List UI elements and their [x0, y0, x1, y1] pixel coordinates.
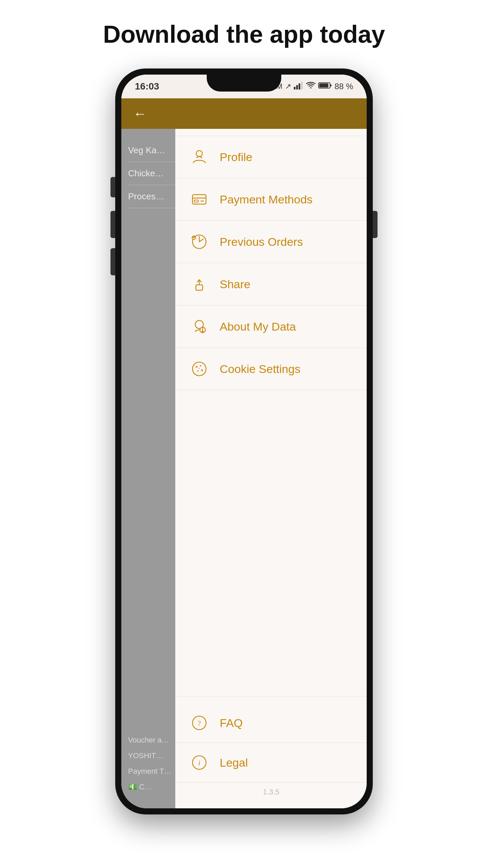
page-headline: Download the app today — [103, 20, 385, 48]
svg-rect-2 — [299, 83, 300, 90]
app-header: ← — [121, 98, 367, 129]
faq-icon: ? — [189, 713, 209, 733]
svg-point-23 — [202, 331, 203, 332]
back-button[interactable]: ← — [133, 106, 147, 121]
side-drawer: Profile Payment Methods — [175, 129, 367, 808]
battery-percent: 88 % — [334, 82, 353, 91]
svg-rect-1 — [296, 85, 298, 90]
battery-icon — [318, 82, 332, 91]
status-time: 16:03 — [135, 81, 159, 92]
svg-rect-8 — [192, 195, 206, 204]
about-data-label: About My Data — [220, 320, 296, 333]
phone-frame: 16:03 🔕 ⏰ ▦ M ↗ — [115, 68, 373, 814]
svg-rect-18 — [196, 285, 203, 290]
menu-item-legal[interactable]: i Legal — [176, 743, 367, 783]
svg-rect-10 — [194, 200, 198, 202]
volume-up-button — [110, 177, 115, 197]
data-icon — [189, 316, 209, 337]
svg-text:?: ? — [198, 719, 201, 727]
payment-label: Payment Methods — [220, 193, 312, 206]
power-button — [373, 211, 378, 238]
menu-item-about-data[interactable]: About My Data — [176, 305, 367, 348]
profile-label: Profile — [220, 151, 252, 164]
svg-rect-3 — [301, 82, 303, 90]
phone-screen: 16:03 🔕 ⏰ ▦ M ↗ — [121, 75, 367, 808]
payment-icon — [189, 189, 209, 210]
svg-point-26 — [200, 365, 201, 367]
signal-icon — [294, 81, 303, 92]
wifi-icon — [306, 82, 316, 91]
cookie-icon — [189, 359, 209, 379]
version-text: 1.3.5 — [176, 783, 367, 802]
svg-point-25 — [196, 366, 198, 368]
svg-point-24 — [192, 362, 206, 376]
svg-rect-0 — [294, 87, 296, 90]
svg-point-27 — [197, 370, 199, 372]
svg-point-29 — [199, 368, 200, 369]
svg-rect-5 — [330, 84, 331, 86]
menu-item-cookie[interactable]: Cookie Settings — [176, 348, 367, 390]
legal-label: Legal — [220, 756, 248, 769]
faq-label: FAQ — [220, 716, 243, 730]
legal-icon: i — [189, 752, 209, 773]
drawer-menu: Profile Payment Methods — [176, 129, 367, 696]
notch — [207, 75, 281, 92]
share-label: Share — [220, 278, 250, 291]
menu-item-payment[interactable]: Payment Methods — [176, 178, 367, 221]
menu-item-profile[interactable]: Profile — [176, 136, 367, 178]
menu-item-share[interactable]: Share — [176, 263, 367, 305]
svg-point-28 — [201, 370, 203, 371]
location-icon: ↗ — [285, 82, 291, 91]
svg-point-7 — [196, 151, 202, 157]
previous-orders-label: Previous Orders — [220, 235, 303, 249]
svg-line-13 — [199, 239, 203, 242]
svg-line-17 — [194, 237, 195, 238]
volume-down-button — [110, 211, 115, 238]
orders-icon — [189, 232, 209, 252]
svg-text:i: i — [198, 758, 200, 767]
share-icon — [189, 274, 209, 294]
cookie-label: Cookie Settings — [220, 362, 300, 376]
menu-item-faq[interactable]: ? FAQ — [176, 703, 367, 743]
drawer-footer: ? FAQ i Legal 1.3.5 — [176, 696, 367, 808]
menu-item-previous-orders[interactable]: Previous Orders — [176, 221, 367, 263]
svg-rect-6 — [319, 83, 328, 87]
mute-button — [110, 248, 115, 275]
profile-icon — [189, 147, 209, 167]
